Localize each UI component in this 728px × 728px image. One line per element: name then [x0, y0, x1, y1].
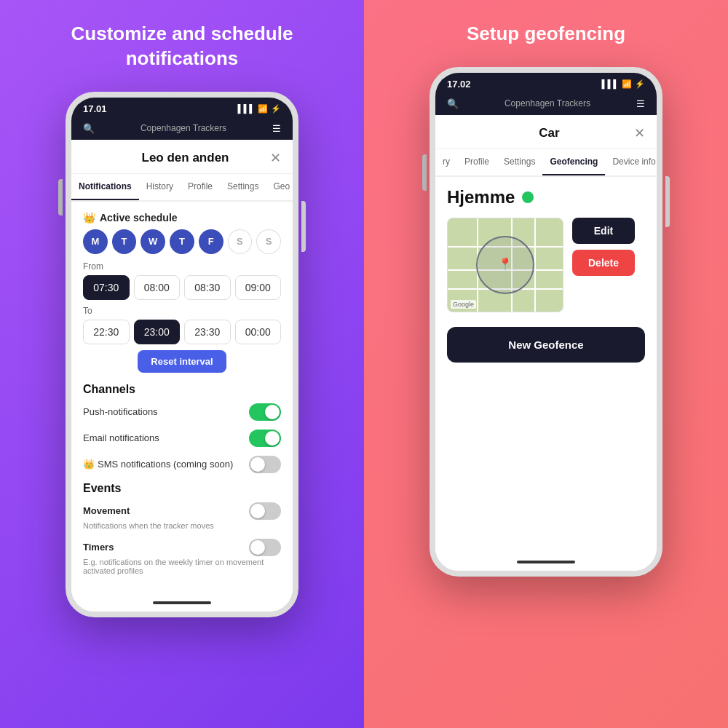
reset-interval-button[interactable]: Reset interval: [138, 350, 226, 373]
tab-ry[interactable]: ry: [435, 149, 457, 175]
modal-title-right: Car: [539, 126, 559, 141]
right-title: Setup geofencing: [467, 22, 625, 47]
tab-profile[interactable]: Profile: [181, 174, 220, 200]
time-left: 17.01: [83, 103, 107, 114]
status-bar-left: 17.01 ▌▌▌ 📶 ⚡: [71, 98, 293, 117]
map-watermark: Google: [451, 300, 476, 309]
to-time-3[interactable]: 00:00: [235, 320, 282, 344]
to-label: To: [83, 306, 281, 316]
signal-icon-right: ▌▌▌: [602, 79, 619, 88]
timers-toggle[interactable]: [249, 539, 281, 556]
time-right: 17.02: [447, 79, 471, 90]
wifi-icon: 📶: [258, 104, 268, 114]
tab-profile-right[interactable]: Profile: [457, 149, 496, 175]
right-phone-wrapper: 17.02 ▌▌▌ 📶 ⚡ 🔍 Copenhagen Trackers ☰ Ca…: [430, 67, 662, 577]
tab-settings[interactable]: Settings: [220, 174, 266, 200]
app-header-right: 🔍 Copenhagen Trackers ☰: [435, 92, 657, 115]
right-phone: 17.02 ▌▌▌ 📶 ⚡ 🔍 Copenhagen Trackers ☰ Ca…: [430, 67, 662, 577]
close-button-left[interactable]: ✕: [270, 150, 281, 166]
to-time-row: 22:30 23:00 23:30 00:00: [83, 320, 281, 344]
to-time-1[interactable]: 23:00: [134, 320, 181, 344]
event-timers-header: Timers: [83, 539, 281, 556]
from-time-3[interactable]: 09:00: [235, 275, 282, 300]
tab-device-info[interactable]: Device info: [605, 149, 657, 175]
geofence-name: Hjemme: [447, 187, 515, 207]
tab-settings-right[interactable]: Settings: [496, 149, 542, 175]
channels-heading: Channels: [83, 383, 281, 396]
channel-push: Push-notifications: [83, 403, 281, 421]
geo-map-area: 📍 Google Edit Delete: [447, 218, 645, 312]
close-button-right[interactable]: ✕: [634, 125, 645, 141]
timers-desc: E.g. notifications on the weekly timer o…: [83, 558, 281, 575]
geofence-map: 📍 Google: [447, 218, 563, 312]
status-bar-right: 17.02 ▌▌▌ 📶 ⚡: [435, 73, 657, 92]
tab-notifications[interactable]: Notifications: [71, 174, 139, 200]
push-notifications-toggle[interactable]: [249, 403, 281, 421]
left-panel: Customize and schedule notifications 17.…: [0, 0, 364, 728]
app-name-right: Copenhagen Trackers: [505, 98, 590, 108]
events-heading: Events: [83, 482, 281, 495]
day-wed[interactable]: W: [141, 229, 165, 254]
days-row: M T W T F S S: [83, 229, 281, 254]
event-movement: Movement Notifications when the tracker …: [83, 502, 281, 530]
app-name-left: Copenhagen Trackers: [141, 123, 226, 133]
channel-sms: 👑 SMS notifications (coming soon): [83, 456, 281, 473]
left-title: Customize and schedule notifications: [71, 22, 293, 71]
left-phone-wrapper: 17.01 ▌▌▌ 📶 ⚡ 🔍 Copenhagen Trackers ☰ Le…: [66, 92, 298, 617]
email-notifications-label: Email notifications: [83, 432, 159, 443]
day-thu[interactable]: T: [170, 229, 194, 254]
from-time-0[interactable]: 07:30: [83, 275, 130, 300]
modal-title-bar-left: Leo den anden ✕: [71, 140, 293, 174]
from-label: From: [83, 261, 281, 272]
sms-notifications-label: 👑 SMS notifications (coming soon): [83, 459, 233, 470]
timers-title: Timers: [83, 542, 114, 553]
phone-bottom-right: [435, 553, 657, 571]
tab-bar-right: ry Profile Settings Geofencing Device in…: [435, 149, 657, 177]
search-icon[interactable]: 🔍: [83, 123, 95, 134]
delete-geofence-button[interactable]: Delete: [572, 250, 635, 276]
battery-icon: ⚡: [271, 104, 281, 114]
channel-email: Email notifications: [83, 430, 281, 447]
event-timers: Timers E.g. notifications on the weekly …: [83, 539, 281, 575]
map-pin: 📍: [498, 256, 513, 270]
sms-notifications-toggle[interactable]: [249, 456, 281, 473]
signal-icon: ▌▌▌: [238, 104, 255, 113]
menu-icon-right[interactable]: ☰: [636, 98, 645, 109]
to-time-2[interactable]: 23:30: [184, 320, 231, 344]
status-icons-right: ▌▌▌ 📶 ⚡: [602, 79, 645, 89]
movement-toggle[interactable]: [249, 502, 281, 520]
phone-bottom-left: [71, 594, 293, 612]
tab-geofencing[interactable]: Geofencing: [542, 149, 605, 175]
day-tue[interactable]: T: [112, 229, 137, 254]
geofence-status-dot: [522, 191, 534, 203]
day-mon[interactable]: M: [83, 229, 108, 254]
email-notifications-toggle[interactable]: [249, 430, 281, 447]
day-sat[interactable]: S: [228, 229, 253, 254]
from-time-row: 07:30 08:00 08:30 09:00: [83, 275, 281, 300]
app-header-left: 🔍 Copenhagen Trackers ☰: [71, 117, 293, 140]
tab-bar-left: Notifications History Profile Settings G…: [71, 174, 293, 202]
geo-header: Hjemme: [447, 187, 645, 207]
geo-content: Hjemme: [435, 177, 657, 553]
tab-geo[interactable]: Geo: [266, 174, 293, 200]
modal-title-bar-right: Car ✕: [435, 115, 657, 149]
search-icon-right[interactable]: 🔍: [447, 98, 459, 109]
event-movement-header: Movement: [83, 502, 281, 520]
new-geofence-button[interactable]: New Geofence: [447, 327, 645, 363]
to-time-0[interactable]: 22:30: [83, 320, 130, 344]
home-indicator-right: [517, 561, 575, 563]
geo-actions: Edit Delete: [572, 218, 635, 312]
day-sun[interactable]: S: [256, 229, 281, 254]
edit-geofence-button[interactable]: Edit: [572, 218, 635, 244]
wifi-icon-right: 📶: [622, 79, 632, 89]
schedule-label: 👑 Active schedule: [83, 212, 281, 223]
modal-title-left: Leo den anden: [142, 151, 229, 165]
from-time-2[interactable]: 08:30: [184, 275, 231, 300]
movement-desc: Notifications when the tracker moves: [83, 521, 281, 530]
push-notifications-label: Push-notifications: [83, 406, 158, 417]
menu-icon[interactable]: ☰: [272, 123, 281, 134]
day-fri[interactable]: F: [199, 229, 223, 254]
tab-history[interactable]: History: [139, 174, 181, 200]
from-time-1[interactable]: 08:00: [134, 275, 181, 300]
left-phone: 17.01 ▌▌▌ 📶 ⚡ 🔍 Copenhagen Trackers ☰ Le…: [66, 92, 298, 617]
